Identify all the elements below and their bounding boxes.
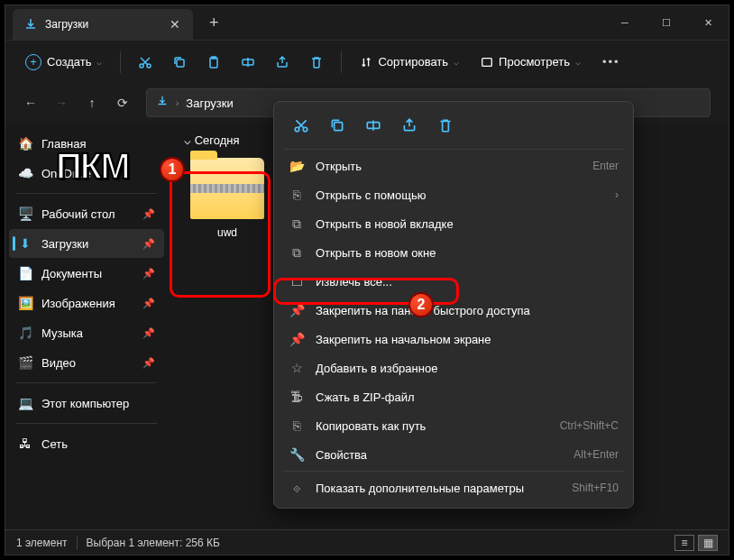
ctx-share-button[interactable] <box>393 111 426 140</box>
file-label: uwd <box>184 226 271 239</box>
sidebar-item-network[interactable]: 🖧Сеть <box>9 429 164 458</box>
ctx-new-window[interactable]: ⧉Открыть в новом окне <box>280 238 628 267</box>
details-view-button[interactable]: ≡ <box>674 535 694 551</box>
tab-close-button[interactable]: ✕ <box>168 17 182 32</box>
sidebar: 🏠Главная ☁️OneDrive 🖥️Рабочий стол📌 ⬇Заг… <box>5 123 168 529</box>
create-button[interactable]: + Создать ⌵ <box>16 47 111 78</box>
file-explorer-window: Загрузки ✕ + ─ ☐ ✕ + Создать ⌵ Сортирова… <box>5 5 729 555</box>
copy-path-icon: ⎘ <box>289 418 305 433</box>
tab-downloads[interactable]: Загрузки ✕ <box>13 9 193 40</box>
new-tab-button[interactable]: + <box>202 10 226 36</box>
divider <box>120 51 121 73</box>
thumbnails-view-button[interactable]: ▦ <box>698 535 718 551</box>
chevron-right-icon: › <box>615 188 619 201</box>
view-button[interactable]: Просмотреть ⌵ <box>472 47 590 78</box>
ctx-properties[interactable]: 🔧СвойстваAlt+Enter <box>280 440 628 469</box>
sidebar-item-videos[interactable]: 🎬Видео📌 <box>9 348 164 377</box>
sidebar-item-desktop[interactable]: 🖥️Рабочий стол📌 <box>9 199 164 228</box>
sidebar-item-pictures[interactable]: 🖼️Изображения📌 <box>9 289 164 317</box>
ctx-more-options[interactable]: ⟐Показать дополнительные параметрыShift+… <box>280 473 628 502</box>
rename-button[interactable] <box>233 47 263 78</box>
sort-button[interactable]: Сортировать ⌵ <box>351 47 468 78</box>
maximize-button[interactable]: ☐ <box>646 5 687 40</box>
sidebar-item-downloads[interactable]: ⬇Загрузки📌 <box>9 229 164 258</box>
document-icon: 📄 <box>18 266 32 280</box>
ctx-cut-button[interactable] <box>285 111 317 140</box>
svg-rect-2 <box>177 60 184 67</box>
tab-icon: ⧉ <box>289 216 305 232</box>
cut-button[interactable] <box>130 47 161 78</box>
share-button[interactable] <box>267 47 298 78</box>
pin-icon: 📌 <box>142 298 155 309</box>
sidebar-item-documents[interactable]: 📄Документы📌 <box>9 259 164 288</box>
create-label: Создать <box>47 55 91 69</box>
pin-icon: 📌 <box>142 238 155 250</box>
ctx-rename-button[interactable] <box>357 111 390 140</box>
desktop-icon: 🖥️ <box>18 207 32 221</box>
sidebar-item-music[interactable]: 🎵Музыка📌 <box>9 318 164 347</box>
copy-button[interactable] <box>164 47 195 78</box>
pin-icon: 📌 <box>142 327 155 339</box>
selection-info: Выбран 1 элемент: 256 КБ <box>87 537 220 549</box>
titlebar: Загрузки ✕ + ─ ☐ ✕ <box>5 5 729 40</box>
ctx-favorites[interactable]: ☆Добавить в избранное <box>280 353 628 382</box>
pin-icon: 📌 <box>289 303 305 317</box>
back-button[interactable]: ← <box>16 88 45 117</box>
tab-title: Загрузки <box>45 18 168 31</box>
breadcrumb-current[interactable]: Загрузки <box>186 96 233 110</box>
folder-icon: 📂 <box>289 159 305 173</box>
extract-icon: 🗀 <box>289 274 305 289</box>
chevron-down-icon: ⌵ <box>454 57 459 67</box>
ctx-open[interactable]: 📂ОткрытьEnter <box>280 151 628 180</box>
up-button[interactable]: ↑ <box>78 88 106 117</box>
download-icon <box>23 17 38 32</box>
forward-button[interactable]: → <box>47 88 76 117</box>
ctx-delete-button[interactable] <box>429 111 462 140</box>
statusbar: 1 элемент Выбран 1 элемент: 256 КБ ≡ ▦ <box>5 529 729 555</box>
ctx-open-with[interactable]: ⎘Открыть с помощью› <box>280 180 628 209</box>
divider <box>16 423 157 424</box>
file-item-uwd[interactable]: uwd <box>184 158 271 239</box>
paste-button[interactable] <box>198 47 229 78</box>
more-button[interactable]: ••• <box>593 47 629 78</box>
sidebar-item-thispc[interactable]: 💻Этот компьютер <box>9 389 164 418</box>
video-icon: 🎬 <box>18 355 32 370</box>
view-label: Просмотреть <box>499 55 570 69</box>
refresh-button[interactable]: ⟳ <box>108 88 137 117</box>
ctx-compress[interactable]: 🗜Сжать в ZIP-файл <box>280 382 628 411</box>
ctx-copy-button[interactable] <box>321 111 353 140</box>
divider <box>16 382 157 383</box>
download-icon <box>156 95 169 111</box>
sidebar-item-home[interactable]: 🏠Главная <box>9 129 164 158</box>
sidebar-item-onedrive[interactable]: ☁️OneDrive <box>9 159 164 188</box>
zip-icon: 🗜 <box>289 390 305 404</box>
pc-icon: 💻 <box>18 396 32 410</box>
home-icon: 🏠 <box>18 136 32 151</box>
ctx-new-tab[interactable]: ⧉Открыть в новой вкладке <box>280 209 628 238</box>
close-button[interactable]: ✕ <box>687 5 729 40</box>
pin-icon: 📌 <box>142 268 155 280</box>
plus-icon: + <box>25 54 41 70</box>
pictures-icon: 🖼️ <box>18 296 32 310</box>
ctx-extract-all[interactable]: 🗀Извлечь все... <box>280 267 628 296</box>
divider <box>341 51 342 73</box>
window-icon: ⧉ <box>289 245 305 261</box>
cloud-icon: ☁️ <box>18 166 32 180</box>
window-controls: ─ ☐ ✕ <box>604 5 729 40</box>
more-icon: ⟐ <box>289 481 305 495</box>
svg-rect-6 <box>482 58 492 66</box>
divider <box>77 537 78 549</box>
ctx-pin-start[interactable]: 📌Закрепить на начальном экране <box>280 325 628 353</box>
pin-icon: 📌 <box>142 357 155 369</box>
chevron-down-icon: ⌵ <box>575 57 581 67</box>
chevron-down-icon: ⌵ <box>96 57 102 67</box>
ctx-copy-path[interactable]: ⎘Копировать как путьCtrl+Shift+C <box>280 411 628 440</box>
network-icon: 🖧 <box>18 436 32 451</box>
ctx-pin-quick[interactable]: 📌Закрепить на панели быстрого доступа <box>280 296 628 325</box>
zip-folder-icon <box>190 158 264 219</box>
download-icon: ⬇ <box>18 236 32 251</box>
minimize-button[interactable]: ─ <box>604 5 646 40</box>
separator <box>283 471 624 472</box>
delete-button[interactable] <box>301 47 332 78</box>
open-with-icon: ⎘ <box>289 188 305 202</box>
